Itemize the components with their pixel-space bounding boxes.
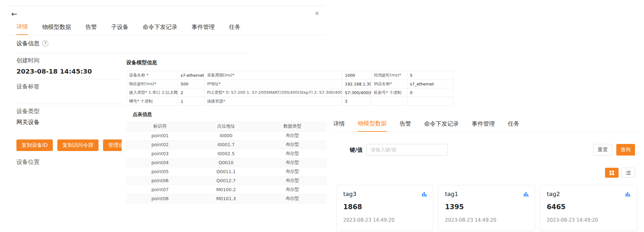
point-id: point08 (126, 194, 194, 203)
point-type: 布尔型 (258, 194, 327, 203)
close-icon[interactable]: ✕ (315, 10, 319, 17)
config-label-cell: PLC类型* 0: S7-200 1: S7-200SMART/300/400(… (204, 88, 342, 97)
point-table-title: 点表信息 (133, 112, 457, 118)
col-address: 点位地址 (194, 121, 258, 131)
telemetry-tabs: 详情 物模型数据 告警 命令下发记录 事件管理 任务 (332, 118, 641, 132)
point-id: point04 (126, 158, 194, 167)
telemetry-card: tag1 1395 2023-08-23 14:49:20 (438, 185, 535, 231)
col-identifier: 标识符 (126, 121, 194, 131)
point-row: point08M0101.3布尔型 (126, 194, 327, 203)
chart-icon[interactable] (421, 191, 428, 197)
reset-button[interactable]: 重置 (593, 144, 612, 156)
config-value-cell: 5 (407, 71, 453, 80)
config-value-cell: 192.168.1.30 (342, 80, 371, 88)
point-row: point02I0001.7布尔型 (126, 140, 327, 149)
point-id: point03 (126, 149, 194, 158)
key-value-input[interactable] (366, 144, 448, 156)
point-address: Q0011.1 (194, 167, 258, 176)
config-row: 响应超时(ms)* 500 IP地址* 192.168.1.30 协议名称* s… (127, 80, 453, 88)
config-label-cell: 设备名称 * (127, 71, 178, 80)
point-row: point07M0100.2布尔型 (126, 185, 327, 194)
telemetry-card: tag3 1868 2023-08-23 14:49:20 (336, 185, 433, 231)
config-row: 槽号* 十进制 1 连接资源* 3 (127, 97, 453, 106)
point-address: I0000 (194, 131, 258, 140)
tab-sub-devices[interactable]: 子设备 (111, 23, 128, 35)
dialog-header: ← ✕ (8, 6, 325, 22)
config-value-cell: 1000 (342, 71, 371, 80)
device-config-table: 设备名称 * s7-ethernet 采集周期(ms)* 1000 轮询超时(m… (126, 71, 453, 106)
search-button[interactable]: 查询 (616, 144, 635, 156)
config-label-cell: 采集周期(ms)* (204, 71, 342, 80)
point-address: I0002.5 (194, 149, 258, 158)
chart-icon[interactable] (523, 191, 529, 197)
t-tab-event-mgmt[interactable]: 事件管理 (472, 120, 495, 131)
copy-device-id-button[interactable]: 复制设备ID (16, 139, 53, 151)
tab-thing-model[interactable]: 物模型数据 (42, 23, 71, 35)
config-label-cell: 协议名称* (371, 80, 407, 88)
config-label-cell: 机架号* 十进制 (371, 88, 407, 97)
point-type: 布尔型 (258, 131, 327, 140)
copy-access-token-button[interactable]: 复制访问令牌 (57, 139, 99, 151)
t-tab-command-log[interactable]: 命令下发记录 (424, 120, 459, 131)
point-id: point01 (126, 131, 194, 140)
config-row: 设备名称 * s7-ethernet 采集周期(ms)* 1000 轮询超时(m… (127, 71, 453, 80)
tab-tasks[interactable]: 任务 (229, 23, 241, 35)
config-row: 接入类型* 1:串口 2:以太网 2 PLC类型* 0: S7-200 1: S… (127, 88, 453, 97)
point-address: Q0012.7 (194, 176, 258, 185)
point-address: I0001.7 (194, 140, 258, 149)
tab-details[interactable]: 详情 (16, 23, 28, 35)
key-value-label: 键/值 (350, 146, 363, 154)
point-table: 标识符 点位地址 数据类型 point01I0000布尔型 point02I00… (126, 121, 327, 203)
config-value-cell: 1 (178, 97, 204, 106)
point-row: point05Q0011.1布尔型 (126, 167, 327, 176)
filter-row: 键/值 重置 查询 (332, 144, 641, 156)
point-address: M0100.2 (194, 185, 258, 194)
device-info-label: 设备信息 (16, 40, 40, 47)
point-table-header: 标识符 点位地址 数据类型 (126, 121, 327, 131)
point-row: point01I0000布尔型 (126, 131, 327, 140)
tag-name: tag2 (547, 191, 560, 197)
config-value-cell: 3 (342, 97, 371, 106)
back-icon[interactable]: ← (11, 10, 17, 18)
config-value-cell: 2 (178, 88, 204, 97)
config-value-cell: 0 (407, 88, 453, 97)
tag-value: 6465 (547, 203, 630, 211)
tab-command-log[interactable]: 命令下发记录 (143, 23, 177, 35)
tag-time: 2023-08-23 14:49:20 (445, 217, 528, 223)
chart-icon[interactable] (625, 191, 631, 197)
tab-event-mgmt[interactable]: 事件管理 (192, 23, 215, 35)
config-value-cell (407, 97, 453, 106)
detail-tabs: 详情 物模型数据 告警 子设备 命令下发记录 事件管理 任务 (8, 22, 325, 35)
telemetry-cards: tag3 1868 2023-08-23 14:49:20 tag1 1395 … (332, 185, 641, 231)
point-row: point06Q0012.7布尔型 (126, 176, 327, 185)
card-view-button[interactable] (605, 168, 619, 178)
point-type: 布尔型 (258, 176, 327, 185)
point-id: point02 (126, 140, 194, 149)
config-label-cell: 响应超时(ms)* (127, 80, 178, 88)
list-view-button[interactable] (621, 168, 635, 178)
point-type: 布尔型 (258, 149, 327, 158)
point-type: 布尔型 (258, 140, 327, 149)
point-id: point06 (126, 176, 194, 185)
point-row: point04Q0010布尔型 (126, 158, 327, 167)
config-label-cell: 接入类型* 1:串口 2:以太网 (127, 88, 178, 97)
t-tab-thing-model[interactable]: 物模型数据 (358, 120, 387, 132)
t-tab-alarms[interactable]: 告警 (400, 120, 411, 131)
model-info-title: 设备模型信息 (126, 59, 457, 66)
tab-alarms[interactable]: 告警 (85, 23, 97, 35)
point-address: M0101.3 (194, 194, 258, 203)
telemetry-card: tag2 6465 2023-08-23 14:49:20 (540, 185, 637, 231)
t-tab-tasks[interactable]: 任务 (508, 120, 519, 131)
point-type: 布尔型 (258, 185, 327, 194)
config-label-cell: 轮询超时(ms)* (371, 71, 407, 80)
device-info-title: 设备信息 ? (16, 40, 325, 47)
tag-time: 2023-08-23 14:49:20 (343, 217, 426, 223)
point-type: 布尔型 (258, 158, 327, 167)
point-id: point05 (126, 167, 194, 176)
t-tab-details[interactable]: 详情 (333, 120, 345, 131)
tag-name: tag1 (445, 191, 458, 197)
tag-name: tag3 (343, 191, 356, 197)
config-value-cell: s7_ethernet (407, 80, 453, 88)
telemetry-panel: 详情 物模型数据 告警 命令下发记录 事件管理 任务 键/值 重置 查询 tag… (332, 118, 641, 231)
help-icon[interactable]: ? (42, 40, 48, 47)
